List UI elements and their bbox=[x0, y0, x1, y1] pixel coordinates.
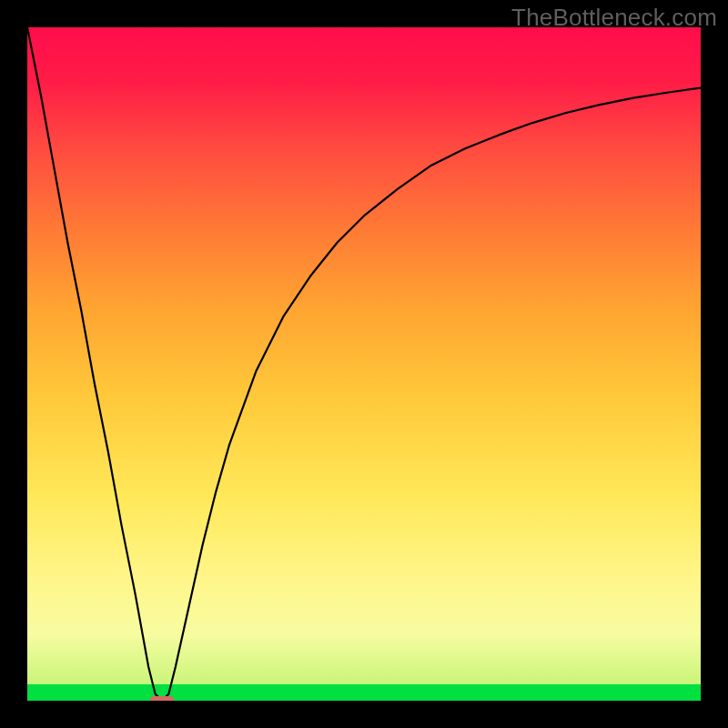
trough-marker bbox=[150, 697, 174, 701]
plot-area bbox=[27, 27, 701, 701]
chart-frame: TheBottleneck.com bbox=[0, 0, 728, 728]
curve-layer bbox=[27, 27, 701, 701]
watermark-text: TheBottleneck.com bbox=[511, 4, 717, 32]
bottleneck-curve bbox=[27, 27, 701, 701]
